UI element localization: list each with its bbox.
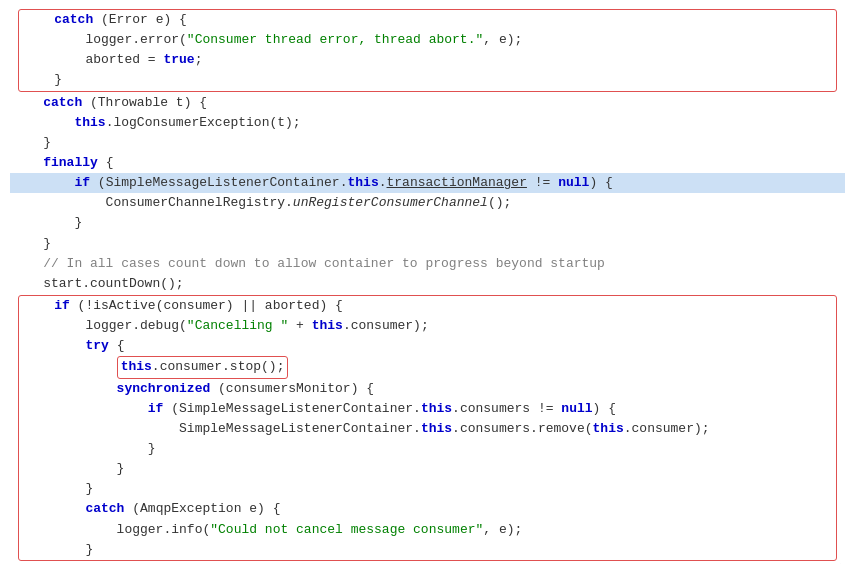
code-line: logger.debug("Cancelling " + this.consum… [21,316,834,336]
code-line: } [21,479,834,499]
code-line: } [21,439,834,459]
code-line: aborted = true; [21,50,834,70]
code-line: ConsumerChannelRegistry.unRegisterConsum… [10,193,845,213]
code-line: finally { [10,153,845,173]
code-line: } [21,459,834,479]
code-line: } [10,133,845,153]
code-line: try { [21,336,834,356]
code-line: logger.info("Could not cancel message co… [21,520,834,540]
code-line: this.logConsumerException(t); [10,113,845,133]
code-line-highlighted: if (SimpleMessageListenerContainer.this.… [10,173,845,193]
code-line: } [10,234,845,254]
code-line: SimpleMessageListenerContainer.this.cons… [21,419,834,439]
code-line: } [21,540,834,560]
code-line: } [21,70,834,90]
code-line: this.consumer.stop(); [21,356,834,378]
if-isactive-block: if (!isActive(consumer) || aborted) { lo… [18,295,837,561]
code-line: start.countDown(); [10,274,845,294]
code-line: if (SimpleMessageListenerContainer.this.… [21,399,834,419]
code-line: synchronized (consumersMonitor) { [21,379,834,399]
code-line: catch (Error e) { [21,10,834,30]
code-line: catch (AmqpException e) { [21,499,834,519]
code-line-comment: // In all cases count down to allow cont… [10,254,845,274]
code-line: catch (Throwable t) { [10,93,845,113]
catch-error-block: catch (Error e) { logger.error("Consumer… [18,9,837,92]
code-editor: catch (Error e) { logger.error("Consumer… [0,9,855,564]
code-line: logger.error("Consumer thread error, thr… [21,30,834,50]
consumer-stop-highlight: this.consumer.stop(); [117,356,289,378]
code-line: if (!isActive(consumer) || aborted) { [21,296,834,316]
code-line: } [10,213,845,233]
